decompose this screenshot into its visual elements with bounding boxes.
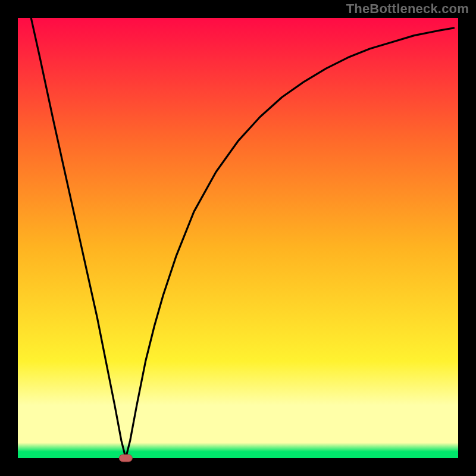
- optimal-point-marker: [119, 455, 132, 462]
- watermark-text: TheBottleneck.com: [346, 1, 469, 17]
- bottleneck-chart: [0, 0, 476, 476]
- plot-area: [18, 18, 458, 458]
- chart-frame: TheBottleneck.com: [0, 0, 476, 476]
